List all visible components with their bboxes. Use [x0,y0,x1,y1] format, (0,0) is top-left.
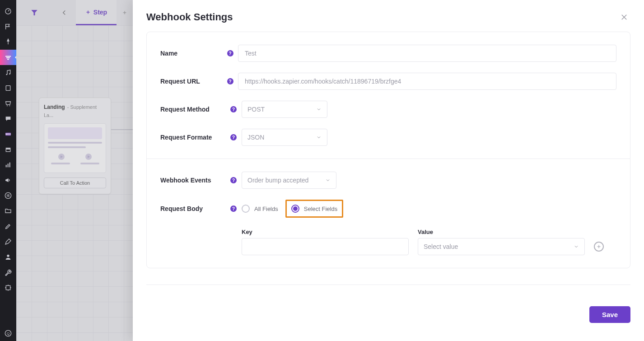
help-icon[interactable]: ? [230,177,237,183]
node-title-row: Landing - Supplement La... [44,103,106,119]
step-tab[interactable]: Step [76,0,117,25]
funnel-icon[interactable] [0,50,16,65]
svg-rect-12 [6,149,10,151]
request-method-value: POST [247,106,265,113]
megaphone-icon[interactable] [0,173,16,188]
play-icon [58,154,65,160]
cart-icon[interactable] [0,96,16,111]
svg-rect-13 [6,165,7,167]
help-icon[interactable]: Q [0,326,16,341]
help-icon[interactable]: ? [227,78,233,84]
svg-point-8 [9,105,10,106]
play-icon [85,154,92,160]
svg-text:WOO: WOO [5,133,11,135]
dashboard-icon[interactable] [0,4,16,19]
archive-icon[interactable] [0,142,16,157]
name-input[interactable] [238,45,616,62]
svg-rect-3 [7,59,9,60]
all-fields-radio[interactable]: All Fields [242,205,278,213]
book-icon[interactable] [0,80,16,96]
svg-rect-19 [8,195,9,196]
webhook-settings-modal: Webhook Settings Name ? Request URL ? [133,0,644,341]
funnel-tab-icon[interactable] [16,0,52,25]
help-icon[interactable]: ? [230,106,237,112]
help-icon[interactable]: ? [230,206,237,212]
woo-icon[interactable]: WOO [0,126,16,142]
value-select[interactable]: Select value [418,238,585,255]
pin-icon[interactable] [0,34,16,50]
request-format-select[interactable]: JSON [242,129,327,146]
settings-panel: Name ? Request URL ? Request Method [146,32,630,268]
node-thumbnail [44,123,106,173]
request-url-input[interactable] [238,73,616,90]
save-button[interactable]: Save [589,306,630,323]
help-icon[interactable]: ? [227,50,233,56]
request-method-select[interactable]: POST [242,101,327,118]
elementor-icon[interactable] [0,188,16,203]
analytics-icon[interactable] [0,157,16,173]
select-fields-highlight: Select Fields [285,200,343,218]
add-tab-button[interactable] [117,0,133,25]
landing-node-card[interactable]: Landing - Supplement La... Call To Actio… [39,98,111,194]
folder-icon[interactable] [0,203,16,219]
flag-icon[interactable] [0,19,16,34]
svg-rect-6 [6,86,10,91]
modal-title: Webhook Settings [146,11,233,23]
music-icon[interactable] [0,65,16,80]
select-fields-label: Select Fields [304,206,337,212]
request-body-label: Request Body [160,205,228,212]
svg-text:Q: Q [7,332,9,336]
app-icon-sidebar: WOO Q [0,0,16,341]
close-button[interactable] [618,11,630,23]
key-value-row: Key Value Select value [242,229,616,255]
svg-point-5 [9,73,10,75]
brush-icon[interactable] [0,219,16,234]
request-format-value: JSON [247,134,264,141]
add-row-button[interactable] [594,242,604,252]
chevron-down-icon [316,107,322,112]
node-title: Landing [44,104,65,110]
footer-divider [146,285,630,285]
svg-marker-25 [31,10,37,15]
name-label: Name [160,50,225,57]
svg-rect-18 [8,194,9,195]
plugin-icon[interactable] [0,280,16,295]
svg-rect-20 [8,196,9,196]
chevron-down-icon [574,244,579,249]
wrench-icon[interactable] [0,265,16,280]
webhook-events-select[interactable]: Order bump accepted [242,172,336,189]
request-body-radio-group: All Fields Select Fields [242,200,616,218]
request-url-label: Request URL [160,78,225,85]
key-input[interactable] [242,238,409,255]
value-column-label: Value [418,229,585,235]
svg-point-21 [7,255,9,257]
chevron-down-icon [325,178,331,183]
svg-point-4 [6,74,7,75]
all-fields-label: All Fields [254,206,278,212]
svg-rect-17 [7,194,7,196]
svg-rect-15 [9,163,10,168]
webhook-events-label: Webhook Events [160,177,228,184]
webhook-events-value: Order bump accepted [247,177,308,184]
select-fields-radio[interactable]: Select Fields [291,205,337,213]
svg-rect-1 [5,56,11,57]
svg-point-7 [7,105,8,106]
value-select-placeholder: Select value [424,243,458,250]
chevron-down-icon [316,135,322,140]
key-column-label: Key [242,229,409,235]
svg-rect-14 [8,163,9,167]
svg-rect-11 [6,148,11,149]
request-format-label: Request Formate [160,134,228,141]
node-cta-button[interactable]: Call To Action [44,178,106,188]
request-method-label: Request Method [160,106,228,113]
svg-rect-22 [6,285,10,290]
help-icon[interactable]: ? [230,134,237,140]
user-icon[interactable] [0,249,16,265]
back-button[interactable] [52,0,76,25]
step-tab-label: Step [93,9,107,16]
pen-icon[interactable] [0,234,16,249]
chat-icon[interactable] [0,111,16,126]
svg-rect-2 [6,57,10,58]
